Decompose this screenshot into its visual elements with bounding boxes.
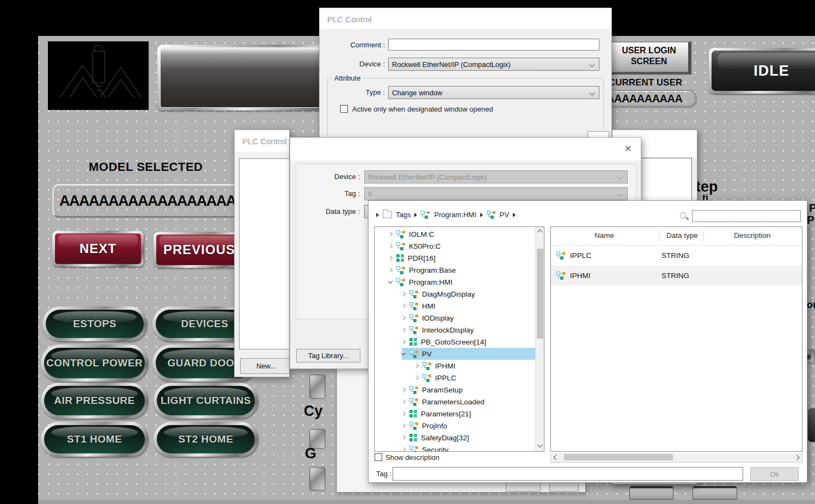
tree-item-pb-gotoscreen-14-[interactable]: PB_GotoScreen[14] (402, 336, 535, 348)
col-description-header[interactable]: Description (734, 231, 771, 239)
chevron-collapsed-icon[interactable] (401, 292, 406, 296)
tree-item-projinfo[interactable]: ProjInfo (402, 420, 535, 432)
tag-table-panel[interactable]: Name Data type Description IPPLCSTRINGIP… (550, 226, 802, 452)
tree-item-security[interactable]: Security (402, 444, 535, 452)
tag-tree-panel[interactable]: IOLM:CK50Pro:CPDR[16]Program:BaseProgram… (374, 226, 544, 452)
chevron-collapsed-icon[interactable] (414, 376, 419, 380)
comment-input[interactable] (388, 39, 599, 51)
tree-item-pv[interactable]: PV (402, 348, 535, 360)
breadcrumb-pv[interactable]: PV (500, 211, 509, 219)
tag-icon (409, 290, 419, 298)
control-power-button[interactable]: CONTROL POWER (41, 345, 148, 382)
chevron-collapsed-icon[interactable] (401, 340, 406, 344)
logo-graphic (48, 41, 149, 110)
breadcrumb-arrow-icon[interactable] (513, 213, 516, 217)
tree-item-interlockdisplay[interactable]: InterlockDisplay (402, 324, 535, 336)
status-idle-label: IDLE (753, 63, 789, 79)
tree-item-iphmi[interactable]: IPHMI (415, 360, 535, 372)
chevron-collapsed-icon[interactable] (388, 256, 393, 260)
col-name-header[interactable]: Name (595, 231, 614, 239)
table-row-ipplc[interactable]: IPPLCSTRING (551, 245, 802, 266)
vertical-scrollbar[interactable] (535, 227, 544, 451)
chevron-expanded-icon[interactable] (401, 351, 406, 355)
model-selected-label: MODEL SELECTED (89, 160, 203, 174)
col-datatype-header[interactable]: Data type (666, 231, 698, 239)
tag-library-button[interactable]: Tag Library... (296, 349, 360, 362)
breadcrumb-arrow-icon[interactable] (414, 213, 417, 217)
search-input[interactable] (692, 210, 801, 222)
tag-icon (409, 326, 419, 334)
chevron-collapsed-icon[interactable] (388, 244, 393, 248)
previous-button[interactable]: PREVIOUS (154, 232, 245, 268)
chevron-collapsed-icon[interactable] (401, 399, 406, 404)
chevron-collapsed-icon[interactable] (414, 364, 419, 368)
tree-item-paramsetup[interactable]: ParamSetup (402, 384, 535, 396)
chevron-collapsed-icon[interactable] (401, 435, 406, 440)
dark-button-fragment (808, 408, 815, 442)
chevron-collapsed-icon[interactable] (388, 232, 393, 236)
active-when-window-checkbox[interactable] (340, 105, 348, 113)
tree-item-program-hmi[interactable]: Program:HMI (389, 276, 535, 288)
chevron-collapsed-icon[interactable] (401, 411, 406, 416)
scroll-down-icon[interactable] (537, 442, 543, 448)
chevron-expanded-icon[interactable] (388, 279, 393, 283)
type-dropdown[interactable]: Change window (388, 86, 599, 99)
chevron-collapsed-icon[interactable] (401, 304, 406, 308)
air-pressure-label: AIR PRESSURE (54, 395, 135, 407)
tree-item-safetydiag-32-[interactable]: SafetyDiag[32] (402, 432, 535, 444)
step2-partial-text: ti (702, 193, 708, 200)
tree-item-parametersloaded[interactable]: ParametersLoaded (402, 396, 535, 408)
chevron-collapsed-icon[interactable] (401, 328, 406, 332)
tag-input[interactable] (393, 467, 743, 481)
tree-item-iodisplay[interactable]: IODisplay (402, 312, 535, 324)
st1-home-button[interactable]: ST1 HOME (41, 422, 148, 457)
plc-control-attribute-dialog: PLC Control Comment : Device : Rockwell … (319, 8, 612, 159)
breadcrumb-arrow-icon[interactable] (480, 213, 483, 217)
horizontal-scrollbar[interactable] (550, 453, 802, 463)
chevron-collapsed-icon[interactable] (388, 268, 393, 272)
tree-item-label: Security (422, 446, 449, 452)
breadcrumb: Tags Program:HMI PV (376, 211, 516, 219)
breadcrumb-tags[interactable]: Tags (396, 211, 410, 219)
tag-icon (556, 272, 566, 280)
model-value-field: AAAAAAAAAAAAAAAAAAAAAAA (52, 184, 259, 218)
tree-item-label: K50Pro:C (409, 242, 441, 250)
new-button[interactable]: New... (240, 358, 290, 374)
chevron-collapsed-icon[interactable] (401, 447, 406, 452)
tree-item-program-base[interactable]: Program:Base (389, 264, 535, 276)
table-row-iphmi[interactable]: IPHMISTRING (551, 266, 802, 286)
tree-item-label: InterlockDisplay (422, 326, 474, 334)
chevron-collapsed-icon[interactable] (401, 388, 406, 392)
close-icon[interactable]: ✕ (624, 144, 632, 153)
company-logo (48, 41, 149, 110)
tree-item-parameters-21-[interactable]: Parameters[21] (402, 408, 535, 420)
vertical-scrollbar-thumb[interactable] (537, 249, 543, 339)
device-dropdown[interactable]: Rockwell EtherNet/IP (CompactLogix) (388, 58, 599, 71)
scroll-right-icon[interactable] (794, 455, 800, 460)
air-pressure-button[interactable]: AIR PRESSURE (41, 383, 148, 419)
scroll-left-icon[interactable] (554, 455, 559, 460)
dialog-titlebar[interactable]: PLC Control (320, 8, 611, 29)
tree-item-hmi[interactable]: HMI (402, 300, 535, 312)
estops-button[interactable]: ESTOPS (42, 306, 147, 341)
show-description-checkbox[interactable] (375, 453, 382, 461)
dialog-titlebar[interactable]: PLC Control (235, 130, 289, 152)
dialog-titlebar[interactable]: ✕ (290, 138, 641, 161)
tree-item-diagmsgdisplay[interactable]: DiagMsgDisplay (402, 288, 535, 300)
next-button[interactable]: NEXT (52, 231, 144, 267)
scroll-up-icon[interactable] (537, 230, 543, 235)
chevron-collapsed-icon[interactable] (401, 316, 406, 320)
horizontal-scrollbar-thumb[interactable] (564, 454, 673, 460)
st2-home-button[interactable]: ST2 HOME (154, 422, 258, 457)
tree-item-pdr-16-[interactable]: PDR[16] (389, 252, 535, 264)
tree-item-ipplc[interactable]: IPPLC (415, 372, 535, 384)
ok-button[interactable]: Ok (750, 467, 799, 481)
user-login-screen-button[interactable]: USER LOGIN SCREEN (609, 41, 691, 75)
chevron-collapsed-icon[interactable] (401, 423, 406, 428)
light-curtains-button[interactable]: LIGHT CURTAINS (154, 383, 258, 419)
tree-item-iolm-c[interactable]: IOLM:C (389, 228, 535, 240)
breadcrumb-arrow-icon[interactable] (376, 213, 379, 217)
plc-control-listbox[interactable] (239, 158, 290, 349)
breadcrumb-program-hmi[interactable]: Program:HMI (434, 211, 476, 219)
tree-item-k50pro-c[interactable]: K50Pro:C (389, 240, 535, 252)
